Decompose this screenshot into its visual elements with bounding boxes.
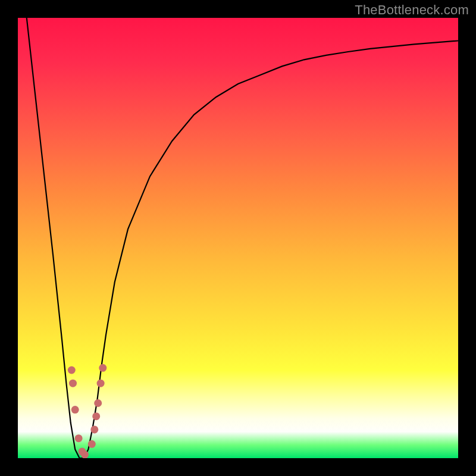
data-marker: [71, 406, 79, 414]
data-marker: [94, 399, 102, 407]
chart-frame: TheBottleneck.com: [0, 0, 476, 476]
watermark-text: TheBottleneck.com: [355, 2, 469, 18]
data-marker: [81, 451, 89, 458]
bottleneck-curve: [27, 18, 458, 458]
data-marker: [97, 380, 105, 387]
data-marker: [69, 380, 77, 387]
data-marker: [88, 440, 96, 448]
curve-layer: [18, 18, 458, 458]
plot-area: [18, 18, 458, 458]
data-marker: [99, 364, 107, 372]
data-marker: [90, 425, 98, 433]
data-marker: [75, 434, 83, 442]
data-marker: [68, 367, 76, 374]
data-marker: [92, 412, 100, 420]
